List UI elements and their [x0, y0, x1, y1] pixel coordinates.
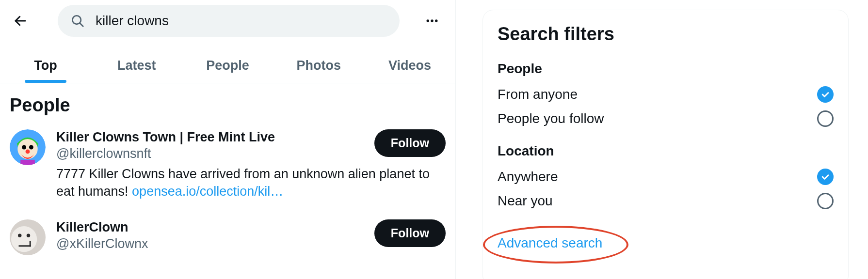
- top-bar: [0, 0, 455, 42]
- tab-people[interactable]: People: [182, 48, 273, 83]
- tab-top[interactable]: Top: [0, 48, 91, 83]
- user-result[interactable]: Killer Clowns Town | Free Mint Live @kil…: [0, 121, 455, 200]
- filter-option-label: People you follow: [498, 111, 604, 126]
- filter-option-near-you[interactable]: Near you: [498, 189, 834, 213]
- filter-group-people: People: [498, 61, 834, 77]
- sidebar-column: Search filters People From anyone People…: [456, 0, 868, 279]
- radio-checked-icon: [817, 169, 834, 185]
- radio-unchecked-icon: [817, 193, 834, 209]
- filter-option-label: Anywhere: [498, 169, 558, 185]
- svg-point-14: [18, 234, 21, 237]
- tab-videos[interactable]: Videos: [364, 48, 455, 83]
- svg-point-9: [29, 145, 33, 150]
- svg-point-7: [17, 139, 37, 159]
- advanced-search-link[interactable]: Advanced search: [498, 235, 602, 251]
- svg-point-8: [22, 145, 26, 150]
- search-filters-title: Search filters: [498, 24, 834, 45]
- more-icon: [425, 14, 439, 28]
- svg-point-4: [431, 19, 434, 22]
- svg-point-15: [27, 234, 30, 237]
- user-result-body: Killer Clowns Town | Free Mint Live @kil…: [56, 129, 446, 200]
- svg-point-10: [26, 149, 30, 154]
- filter-option-label: Near you: [498, 193, 553, 209]
- tab-latest[interactable]: Latest: [91, 48, 182, 83]
- section-heading-people: People: [0, 83, 455, 121]
- user-result[interactable]: KillerClown @xKillerClownx Follow: [0, 211, 455, 255]
- user-bio-link[interactable]: opensea.io/collection/kil…: [132, 184, 283, 199]
- search-icon: [70, 14, 85, 28]
- filter-option-label: From anyone: [498, 87, 578, 102]
- svg-point-13: [11, 226, 37, 252]
- svg-rect-16: [19, 246, 31, 247]
- user-handle[interactable]: @killerclownsnft: [56, 146, 275, 162]
- svg-line-2: [80, 23, 83, 27]
- svg-rect-11: [20, 160, 35, 165]
- filter-option-people-you-follow[interactable]: People you follow: [498, 107, 834, 131]
- svg-point-3: [427, 19, 430, 22]
- avatar[interactable]: [10, 129, 46, 165]
- arrow-left-icon: [13, 14, 28, 28]
- svg-rect-17: [30, 241, 31, 247]
- search-input[interactable]: [96, 13, 387, 29]
- filter-option-from-anyone[interactable]: From anyone: [498, 82, 834, 107]
- avatar[interactable]: [10, 219, 46, 255]
- user-bio: 7777 Killer Clowns have arrived from an …: [56, 165, 446, 201]
- user-result-body: KillerClown @xKillerClownx Follow: [56, 219, 446, 255]
- filter-group-location: Location: [498, 143, 834, 159]
- follow-button[interactable]: Follow: [374, 129, 446, 157]
- tab-photos[interactable]: Photos: [273, 48, 364, 83]
- user-handle[interactable]: @xKillerClownx: [56, 236, 148, 252]
- filter-option-anywhere[interactable]: Anywhere: [498, 165, 834, 189]
- main-column: Top Latest People Photos Videos People: [0, 0, 456, 279]
- user-display-name[interactable]: Killer Clowns Town | Free Mint Live: [56, 129, 275, 146]
- user-display-name[interactable]: KillerClown: [56, 219, 148, 236]
- radio-unchecked-icon: [817, 110, 834, 127]
- search-filters-card: Search filters People From anyone People…: [482, 10, 849, 279]
- back-button[interactable]: [10, 10, 31, 31]
- svg-point-5: [435, 19, 438, 22]
- radio-checked-icon: [817, 86, 834, 103]
- search-field[interactable]: [58, 5, 400, 37]
- follow-button[interactable]: Follow: [374, 219, 446, 247]
- more-button[interactable]: [421, 10, 443, 31]
- search-tabs: Top Latest People Photos Videos: [0, 48, 455, 83]
